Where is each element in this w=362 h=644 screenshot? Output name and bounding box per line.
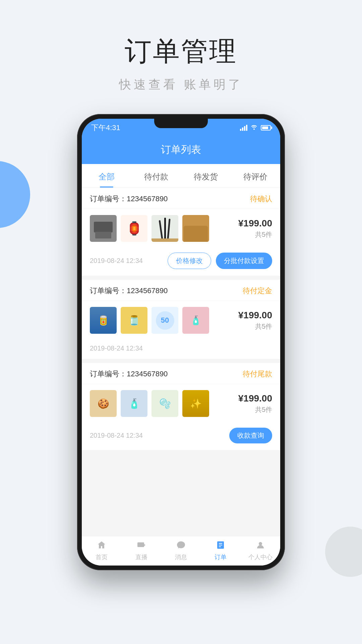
signal-icon xyxy=(240,125,247,131)
order-list: 订单编号：1234567890 待确认 xyxy=(82,188,280,543)
nav-live-label: 直播 xyxy=(135,553,147,561)
product-thumb-lotion: 🫧 xyxy=(152,390,178,417)
order-2-images: 🥫 🫙 50 🧴 xyxy=(90,307,233,334)
order-1-products: 🏮 xyxy=(82,209,280,248)
order-1-date: 2019-08-24 12:34 xyxy=(90,257,143,265)
product-thumb-sauce: 🫙 xyxy=(121,307,147,334)
order-1-status: 待确认 xyxy=(250,194,272,204)
order-3-price: ¥199.00 xyxy=(238,393,272,404)
product-thumb-can: 🥫 xyxy=(90,307,117,334)
order-card-3: 订单编号：1234567890 待付尾款 🍪 🧴 xyxy=(82,363,280,450)
product-thumb-brushes xyxy=(152,215,178,242)
order-3-products: 🍪 🧴 🫧 ✨ xyxy=(82,384,280,423)
order-1-price-modify-button[interactable]: 价格修改 xyxy=(168,253,211,269)
profile-icon xyxy=(256,541,265,552)
order-3-images: 🍪 🧴 🫧 ✨ xyxy=(90,390,233,417)
order-1-number: 订单编号：1234567890 xyxy=(90,194,168,204)
wifi-icon xyxy=(251,124,257,131)
svg-point-6 xyxy=(259,542,262,545)
order-3-actions: 收款查询 xyxy=(229,428,272,443)
nav-profile-label: 个人中心 xyxy=(248,553,273,561)
order-3-number: 订单编号：1234567890 xyxy=(90,369,168,379)
tab-pending-shipping[interactable]: 待发货 xyxy=(181,164,231,187)
order-2-header: 订单编号：1234567890 待付定金 xyxy=(82,280,280,301)
order-3-header: 订单编号：1234567890 待付尾款 xyxy=(82,363,280,384)
tab-pending-payment[interactable]: 待付款 xyxy=(131,164,181,187)
page-title: 订单管理 xyxy=(0,34,362,70)
order-1-count: 共5件 xyxy=(238,230,272,239)
product-thumb-sofa xyxy=(182,215,209,242)
order-2-status: 待付定金 xyxy=(243,286,272,296)
order-2-products: 🥫 🫙 50 🧴 xyxy=(82,301,280,340)
tab-all[interactable]: 全部 xyxy=(82,164,131,187)
nav-item-live[interactable]: 直播 xyxy=(121,536,161,566)
order-1-actions: 价格修改 分批付款设置 xyxy=(168,253,272,269)
svg-rect-0 xyxy=(137,542,144,547)
home-icon xyxy=(97,541,106,552)
order-3-date: 2019-08-24 12:34 xyxy=(90,432,143,439)
page-subtitle: 快速查看 账单明了 xyxy=(0,76,362,93)
bg-decoration-left xyxy=(0,161,30,228)
order-2-number: 订单编号：1234567890 xyxy=(90,286,168,296)
product-thumb-printer xyxy=(90,215,117,242)
order-1-header: 订单编号：1234567890 待确认 xyxy=(82,188,280,209)
nav-orders-label: 订单 xyxy=(215,553,227,561)
product-thumb-biscuit: 🍪 xyxy=(90,390,117,417)
tabs-bar: 全部 待付款 待发货 待评价 xyxy=(82,164,280,188)
bg-decoration-right xyxy=(325,527,362,577)
order-1-batch-payment-button[interactable]: 分批付款设置 xyxy=(216,253,272,269)
live-icon xyxy=(137,541,146,552)
order-3-price-block: ¥199.00 共5件 xyxy=(238,393,272,414)
order-2-footer: 2019-08-24 12:34 xyxy=(82,340,280,359)
nav-message-label: 消息 xyxy=(175,553,187,561)
phone-notch xyxy=(154,119,208,128)
nav-item-home[interactable]: 首页 xyxy=(82,536,121,566)
order-1-price-block: ¥199.00 共5件 xyxy=(238,218,272,239)
message-icon xyxy=(177,541,185,552)
phone-screen: 下午4:31 xyxy=(82,119,280,566)
order-2-count: 共5件 xyxy=(238,322,272,331)
status-time: 下午4:31 xyxy=(91,123,120,133)
nav-item-profile[interactable]: 个人中心 xyxy=(241,536,280,566)
order-3-footer: 2019-08-24 12:34 收款查询 xyxy=(82,423,280,450)
status-icons xyxy=(240,124,271,131)
order-card-2: 订单编号：1234567890 待付定金 🥫 🫙 xyxy=(82,280,280,359)
product-thumb-cream: 50 xyxy=(152,307,178,334)
app-header-title: 订单列表 xyxy=(161,144,201,155)
order-2-price-block: ¥199.00 共5件 xyxy=(238,310,272,331)
phone-container: 下午4:31 xyxy=(77,114,285,570)
order-2-price: ¥199.00 xyxy=(238,310,272,321)
product-thumb-gold-cream: ✨ xyxy=(182,390,209,417)
svg-marker-1 xyxy=(144,544,145,546)
bottom-nav: 首页 直播 消息 订单 xyxy=(82,536,280,566)
order-1-footer: 2019-08-24 12:34 价格修改 分批付款设置 xyxy=(82,248,280,276)
product-thumb-pink-product: 🧴 xyxy=(182,307,209,334)
orders-icon xyxy=(216,541,225,552)
nav-home-label: 首页 xyxy=(96,553,108,561)
nav-item-message[interactable]: 消息 xyxy=(161,536,201,566)
order-2-date: 2019-08-24 12:34 xyxy=(90,344,143,352)
order-1-images: 🏮 xyxy=(90,215,233,242)
tab-pending-review[interactable]: 待评价 xyxy=(231,164,280,187)
phone-frame: 下午4:31 xyxy=(77,114,285,570)
order-3-payment-inquiry-button[interactable]: 收款查询 xyxy=(229,428,272,443)
order-3-status: 待付尾款 xyxy=(243,369,272,379)
nav-item-orders[interactable]: 订单 xyxy=(201,536,240,566)
app-header: 订单列表 xyxy=(82,137,280,164)
battery-icon xyxy=(261,125,271,130)
product-thumb-lantern: 🏮 xyxy=(121,215,147,242)
order-card-1: 订单编号：1234567890 待确认 xyxy=(82,188,280,276)
order-3-count: 共5件 xyxy=(238,405,272,414)
order-1-price: ¥199.00 xyxy=(238,218,272,229)
product-thumb-blue-bottle: 🧴 xyxy=(121,390,147,417)
page-header: 订单管理 快速查看 账单明了 xyxy=(0,0,362,113)
